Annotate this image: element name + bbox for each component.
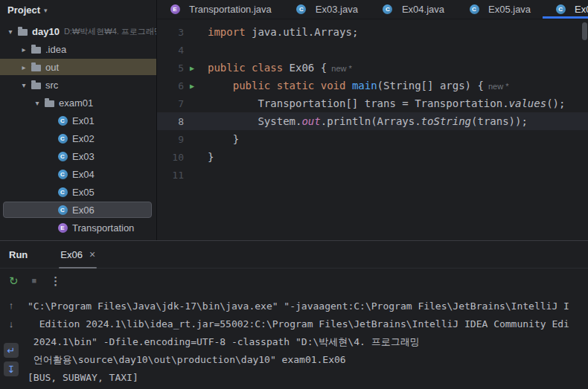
tree-item-ex03[interactable]: CEx03 [0,147,156,165]
more-options-icon[interactable]: ⋮ [50,275,61,286]
code-line-text: System.out.println(Arrays.toString(trans… [200,115,528,127]
tab-ex06[interactable]: CEx06 [543,0,588,19]
chevron-right-icon[interactable]: ▸ [18,63,30,71]
console-line: 언어활용\source\day10\out\production\day10" … [28,351,588,369]
tree-item-day10[interactable]: ▾day10D:₩박세현₩4. 프로그래밍 [0,22,156,40]
tree-item-label: Transportation [72,222,134,234]
tab-ex05java[interactable]: CEx05.java [456,0,543,19]
enum-icon: E [57,223,68,233]
console-gutter: ↑ ↓ ↵ ↧ [0,293,22,389]
code-area[interactable]: 3import java.util.Arrays;45▶public class… [157,19,588,240]
code-line[interactable]: 5▶public class Ex06 { new * [157,59,588,77]
tab-label: Ex05.java [488,4,531,15]
console-area: ↑ ↓ ↵ ↧ "C:\Program Files\Java\jdk-17\bi… [0,293,588,389]
code-line[interactable]: 4 [157,41,588,59]
code-line[interactable]: 3import java.util.Arrays; [157,23,588,41]
code-line[interactable]: 10} [157,148,588,166]
console-line: Edition 2024.1\lib\idea_rt.jar=55002:C:\… [28,315,588,333]
class-icon: C [57,187,68,197]
class-icon: C [57,134,68,144]
code-line-text: public class Ex06 { new * [200,62,352,74]
gutter-line-number[interactable]: 11 [157,170,184,181]
tree-item-label: Ex04 [72,169,95,180]
gutter-line-number[interactable]: 6 [157,80,184,91]
class-icon: C [468,4,480,14]
tree-item-label: Ex05 [72,187,95,198]
chevron-down-icon[interactable]: ▾ [31,99,43,107]
code-line[interactable]: 6▶ public static void main(String[] args… [157,77,588,94]
code-line-text: } [200,133,239,145]
class-icon: C [295,4,307,14]
class-icon: C [382,4,394,14]
gutter-line-number[interactable]: 5 [157,62,184,74]
code-line-text: public static void main(String[] args) {… [200,80,509,91]
class-icon: C [555,4,566,14]
folder-icon [30,80,42,89]
tree-item-src[interactable]: ▾src [0,76,156,94]
tab-label: Ex03.java [316,4,358,15]
tree-item-out[interactable]: ▸out [0,58,156,76]
code-line-text: import java.util.Arrays; [200,26,358,38]
scroll-up-icon[interactable]: ↑ [4,298,19,312]
class-icon: C [57,152,68,161]
run-panel-title: Run [9,249,28,260]
folder-icon [16,27,28,36]
run-tab-label: Ex06 [60,249,83,260]
tree-item-label: Ex03 [72,151,95,162]
class-icon: C [57,205,68,215]
tree-item-label: Ex01 [72,115,95,126]
rerun-icon[interactable]: ↻ [9,275,19,286]
tree-item-label: Ex02 [72,133,95,144]
tree-item-ex05[interactable]: CEx05 [0,183,156,201]
run-panel-header: Run Ex06 × [0,241,588,269]
gutter-line-number[interactable]: 7 [157,98,184,109]
chevron-down-icon[interactable]: ▾ [4,28,16,36]
gutter-line-number[interactable]: 8 [157,116,184,127]
project-panel-title: Project [7,4,40,16]
console-line: [BUS, SUBWAY, TAXI] [28,369,588,387]
tree-item-idea[interactable]: ▸.idea [0,40,156,58]
chevron-down-icon[interactable]: ▾ [18,81,30,89]
class-icon: C [57,170,68,179]
code-line[interactable]: 11 [157,166,588,184]
tree-item-ex02[interactable]: CEx02 [0,129,156,147]
gutter-line-number[interactable]: 9 [157,134,184,145]
tree-item-ex04[interactable]: CEx04 [0,165,156,183]
stop-icon[interactable]: ■ [32,277,37,285]
scroll-down-icon[interactable]: ↓ [4,316,19,331]
tab-ex04java[interactable]: CEx04.java [370,0,456,19]
console-output[interactable]: "C:\Program Files\Java\jdk-17\bin\java.e… [22,293,588,389]
tree-scrollbar-thumb[interactable] [582,22,587,40]
code-line[interactable]: 7 Transportation[] trans = Transportatio… [157,94,588,112]
folder-icon [43,98,55,107]
run-line-icon[interactable]: ▶ [184,82,200,90]
tab-ex03java[interactable]: CEx03.java [284,0,370,19]
tree-item-label: src [45,80,58,91]
code-line[interactable]: 9 } [157,130,588,148]
folder-icon [30,62,42,71]
tab-label: Transportation.java [189,4,272,15]
tree-item-label: day10 [32,26,60,37]
tree-item-transportation[interactable]: ETransportation [0,219,156,237]
tree-item-ex06[interactable]: CEx06 [0,201,156,219]
editor-tabs: ETransportation.javaCEx03.javaCEx04.java… [157,0,588,19]
close-icon[interactable]: × [89,249,95,260]
gutter-line-number[interactable]: 10 [157,152,184,163]
scroll-to-end-icon[interactable]: ↧ [4,361,19,376]
soft-wrap-icon[interactable]: ↵ [4,343,19,358]
tab-transportationjava[interactable]: ETransportation.java [157,0,284,19]
chevron-right-icon[interactable]: ▸ [18,45,30,54]
console-line: 2024.1\bin" -Dfile.encoding=UTF-8 -class… [28,333,588,351]
tree-item-ex01[interactable]: CEx01 [0,112,156,129]
console-line: "C:\Program Files\Java\jdk-17\bin\java.e… [28,298,588,315]
tree-item-exam01[interactable]: ▾exam01 [0,94,156,112]
gutter-line-number[interactable]: 3 [157,27,184,38]
code-line[interactable]: 8 System.out.println(Arrays.toString(tra… [157,112,588,130]
run-line-icon[interactable]: ▶ [184,64,200,72]
class-icon: C [57,116,68,126]
gutter-line-number[interactable]: 4 [157,45,184,56]
tree-item-label: exam01 [59,97,93,109]
chevron-down-icon[interactable]: ▾ [44,7,48,14]
project-panel-header[interactable]: Project ▾ [0,0,157,19]
run-tab-ex06[interactable]: Ex06 × [56,241,100,268]
